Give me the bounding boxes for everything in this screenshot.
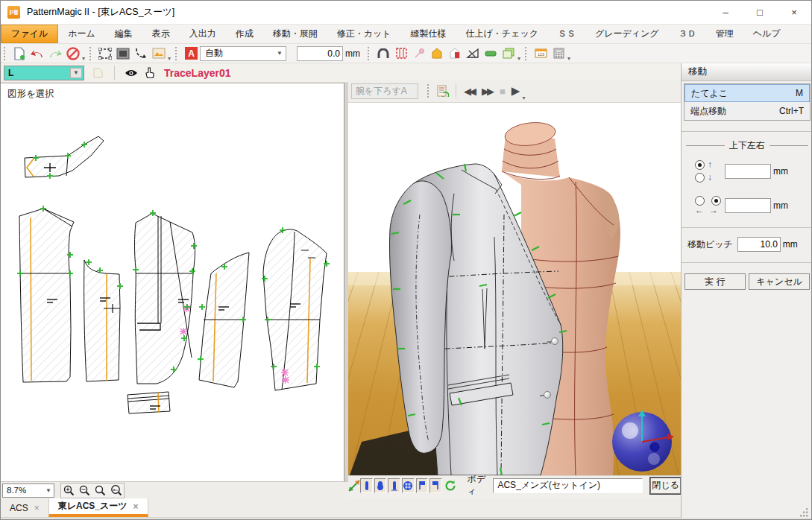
animation-list-button[interactable] xyxy=(434,83,452,99)
zoom-window-button[interactable] xyxy=(92,483,108,498)
menu-home[interactable]: ホーム xyxy=(58,25,105,43)
menu-admin[interactable]: 管理 xyxy=(706,25,743,43)
active-layer-name[interactable]: TraceLayer01 xyxy=(164,67,231,79)
measure-angle-button[interactable] xyxy=(464,45,482,62)
transfer-to-3d-button[interactable] xyxy=(348,478,360,494)
toolbar-overflow-icon[interactable]: ▾ xyxy=(82,55,85,62)
zoom-level-dropdown[interactable]: 8.7% ▼ xyxy=(2,483,54,498)
show-body-button[interactable] xyxy=(374,478,387,493)
flag-right-button[interactable] xyxy=(429,478,442,493)
toolbar-grip[interactable] xyxy=(175,47,179,60)
menu-finish-check[interactable]: 仕上げ・チェック xyxy=(456,25,548,43)
pattern-piece-sleeve[interactable] xyxy=(262,227,330,390)
vertical-distance-input[interactable] xyxy=(725,164,771,179)
pattern-piece-button[interactable] xyxy=(428,45,446,62)
horizontal-distance-input[interactable] xyxy=(725,198,771,213)
maximize-button[interactable]: □ xyxy=(743,1,777,24)
resize-grip[interactable] xyxy=(800,508,809,517)
play-button[interactable]: ▶ xyxy=(512,84,519,98)
layer-paste-button[interactable] xyxy=(89,65,107,81)
minimize-button[interactable]: – xyxy=(708,1,743,24)
toolbar-overflow-icon[interactable]: ▾ xyxy=(567,55,570,62)
rewind-button[interactable]: ◀◀ xyxy=(464,86,474,97)
cancel-button[interactable]: キャンセル xyxy=(749,273,810,290)
close-button[interactable]: × xyxy=(777,1,811,24)
show-pattern-button[interactable] xyxy=(360,478,373,493)
layer-visibility-button[interactable] xyxy=(122,65,140,81)
toolbar-overflow-icon[interactable]: ▾ xyxy=(517,55,520,62)
magnet-snap-button[interactable] xyxy=(374,45,392,62)
tab-acs[interactable]: ACS × xyxy=(1,498,48,517)
curve-tool-button[interactable] xyxy=(132,45,150,62)
fast-forward-button[interactable]: ▶▶ xyxy=(482,86,492,97)
close-3d-button[interactable]: 閉じる xyxy=(650,478,681,494)
execute-button[interactable]: 実 行 xyxy=(684,273,746,290)
menu-sewing-spec[interactable]: 縫製仕様 xyxy=(401,25,456,43)
viewer-3d-canvas[interactable] xyxy=(348,103,681,475)
layer-select-button[interactable] xyxy=(140,65,158,81)
numeric-input-button[interactable]: 123 xyxy=(532,45,550,62)
show-grid-button[interactable] xyxy=(402,478,415,493)
toolbar-grip[interactable] xyxy=(525,47,529,60)
pattern-piece-pocket-flap[interactable] xyxy=(128,392,170,413)
auto-mode-dropdown[interactable]: 自動 ▼ xyxy=(200,46,286,61)
redo-button[interactable] xyxy=(46,45,64,62)
menu-io[interactable]: 入出力 xyxy=(180,25,226,43)
command-tateyoko[interactable]: たてよこ M xyxy=(684,84,810,102)
menu-ss[interactable]: ＳＳ xyxy=(548,25,585,43)
menu-grading[interactable]: グレーディング xyxy=(585,25,669,43)
menu-3d[interactable]: ３Ｄ xyxy=(669,25,706,43)
cancel-command-button[interactable] xyxy=(64,45,82,62)
radio-left[interactable] xyxy=(695,196,705,206)
command-endpoint-move[interactable]: 端点移動 Ctrl+T xyxy=(684,102,810,120)
pattern-piece-side[interactable] xyxy=(198,253,249,387)
pin-button[interactable] xyxy=(410,45,428,62)
offset-input[interactable] xyxy=(297,46,343,61)
fill-select-button[interactable] xyxy=(114,45,132,62)
pattern-piece-collar[interactable] xyxy=(25,136,104,179)
toolbar-grip[interactable] xyxy=(427,84,431,98)
toolbar-grip[interactable] xyxy=(89,47,93,60)
menu-edit[interactable]: 編集 xyxy=(105,25,142,43)
piece-cut-button[interactable] xyxy=(446,45,464,62)
pattern-piece-front[interactable] xyxy=(133,210,197,384)
menu-create[interactable]: 作成 xyxy=(226,25,263,43)
layer-selector[interactable]: L ▼ xyxy=(4,66,84,80)
new-document-button[interactable] xyxy=(10,45,28,62)
menu-move-expand[interactable]: 移動・展開 xyxy=(263,25,327,43)
stop-button[interactable]: ■ xyxy=(500,86,504,97)
body-name-field[interactable]: ACS_メンズ(セットイン) xyxy=(493,478,643,493)
tab-close-icon[interactable]: × xyxy=(133,501,139,512)
seam-allowance-button[interactable] xyxy=(392,45,410,62)
undo-button[interactable] xyxy=(28,45,46,62)
show-cloth-button[interactable] xyxy=(388,478,400,493)
refresh-simulation-button[interactable] xyxy=(444,478,457,494)
zoom-fit-all-button[interactable]: ALL xyxy=(108,483,124,498)
radio-right[interactable] xyxy=(711,196,721,206)
pitch-input[interactable] xyxy=(737,237,781,252)
toolbar-grip[interactable] xyxy=(4,47,7,60)
toolbar-overflow-icon[interactable]: ▾ xyxy=(168,55,171,62)
tab-toray-acs-suit[interactable]: 東レACS_スーツ × xyxy=(48,498,148,517)
select-marquee-button[interactable] xyxy=(96,45,114,62)
radio-up[interactable] xyxy=(695,160,705,170)
calculator-button[interactable] xyxy=(550,45,567,62)
menu-help[interactable]: ヘルプ xyxy=(743,25,790,43)
pattern-pane[interactable]: 図形を選択 xyxy=(1,83,344,481)
annotation-button[interactable]: A xyxy=(182,45,200,62)
toolbar-overflow-icon[interactable]: ▾ xyxy=(522,95,525,101)
zoom-in-button[interactable] xyxy=(61,483,77,498)
pattern-canvas[interactable] xyxy=(1,83,344,481)
pattern-piece-back[interactable] xyxy=(17,206,74,382)
animation-name-field[interactable]: 腕を下ろすA xyxy=(351,83,418,99)
menu-modify-cut[interactable]: 修正・カット xyxy=(327,25,401,43)
green-bar-button[interactable] xyxy=(482,45,500,62)
tab-close-icon[interactable]: × xyxy=(34,503,40,513)
flag-left-button[interactable] xyxy=(416,478,429,493)
menu-view[interactable]: 表示 xyxy=(142,25,180,43)
image-tool-button[interactable] xyxy=(150,45,168,62)
toolbar-grip[interactable] xyxy=(368,47,371,60)
zoom-out-button[interactable] xyxy=(77,483,92,498)
pattern-piece-side-back[interactable] xyxy=(84,259,123,381)
radio-down[interactable] xyxy=(695,173,705,183)
